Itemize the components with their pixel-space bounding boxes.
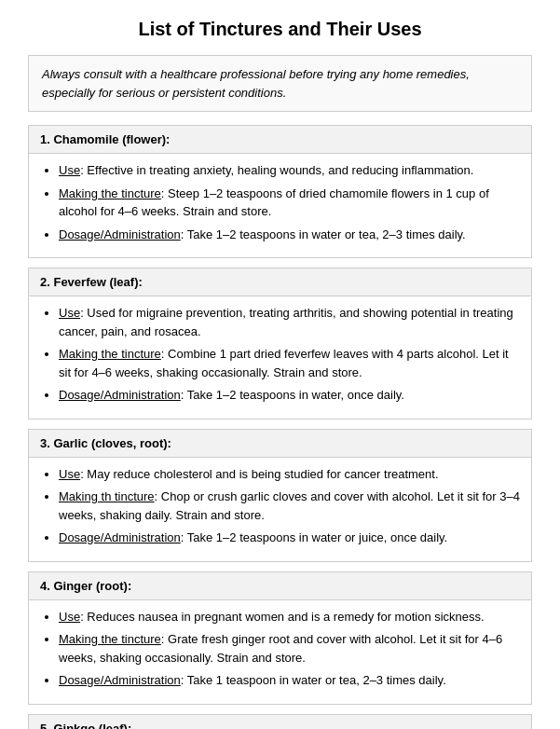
herb-body-3: Use: May reduce cholesterol and is being… xyxy=(29,458,531,561)
herb-making-2: Making the tincture: Combine 1 part drie… xyxy=(59,345,520,381)
herb-header-2: 2. Feverfew (leaf): xyxy=(29,268,531,296)
herb-header-5: 5. Ginkgo (leaf): xyxy=(29,715,531,730)
page-title: List of Tinctures and Their Uses xyxy=(28,19,532,40)
herb-dosage-3: Dosage/Administration: Take 1–2 teaspoon… xyxy=(59,529,520,547)
herb-section-3: 3. Garlic (cloves, root):Use: May reduce… xyxy=(28,429,532,562)
herb-header-1: 1. Chamomile (flower): xyxy=(29,126,531,154)
herb-use-1: Use: Effective in treating anxiety, heal… xyxy=(59,161,520,180)
herb-dosage-2: Dosage/Administration: Take 1–2 teaspoon… xyxy=(59,386,520,405)
herb-making-4: Making the tincture: Grate fresh ginger … xyxy=(59,630,520,667)
herbs-container: 1. Chamomile (flower):Use: Effective in … xyxy=(28,125,532,729)
herb-section-1: 1. Chamomile (flower):Use: Effective in … xyxy=(28,125,532,258)
herb-section-2: 2. Feverfew (leaf):Use: Used for migrain… xyxy=(28,268,532,420)
herb-dosage-4: Dosage/Administration: Take 1 teaspoon i… xyxy=(59,671,520,690)
herb-use-3: Use: May reduce cholesterol and is being… xyxy=(59,465,520,484)
herb-header-4: 4. Ginger (root): xyxy=(29,572,531,600)
herb-making-3: Making th tincture: Chop or crush garlic… xyxy=(59,488,520,524)
herb-section-5: 5. Ginkgo (leaf):Use: Used to treat asth… xyxy=(28,714,532,730)
herb-body-4: Use: Reduces nausea in pregnant women an… xyxy=(29,600,531,704)
warning-box: Always consult with a healthcare profess… xyxy=(28,55,532,112)
herb-use-4: Use: Reduces nausea in pregnant women an… xyxy=(59,608,520,626)
herb-dosage-1: Dosage/Administration: Take 1–2 teaspoon… xyxy=(59,226,520,244)
herb-use-2: Use: Used for migraine prevention, treat… xyxy=(59,304,520,340)
herb-header-3: 3. Garlic (cloves, root): xyxy=(29,430,531,458)
herb-making-1: Making the tincture: Steep 1–2 teaspoons… xyxy=(59,185,520,221)
herb-body-1: Use: Effective in treating anxiety, heal… xyxy=(29,154,531,257)
herb-section-4: 4. Ginger (root):Use: Reduces nausea in … xyxy=(28,571,532,705)
herb-body-2: Use: Used for migraine prevention, treat… xyxy=(29,296,531,419)
warning-text: Always consult with a healthcare profess… xyxy=(42,67,470,100)
